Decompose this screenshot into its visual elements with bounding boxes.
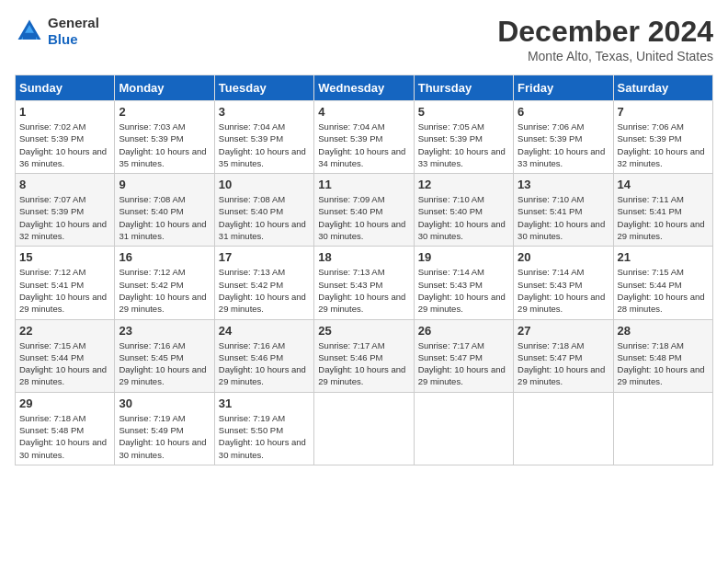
day-number: 18: [318, 250, 409, 264]
calendar-cell: 3 Sunrise: 7:04 AMSunset: 5:39 PMDayligh…: [214, 101, 313, 174]
day-info: Sunrise: 7:10 AMSunset: 5:41 PMDaylight:…: [518, 193, 609, 242]
day-number: 15: [19, 250, 110, 264]
calendar-cell: [613, 392, 712, 465]
week-row-4: 22 Sunrise: 7:15 AMSunset: 5:44 PMDaylig…: [16, 319, 713, 392]
logo-icon: [15, 17, 44, 46]
day-info: Sunrise: 7:10 AMSunset: 5:40 PMDaylight:…: [418, 193, 509, 242]
calendar-cell: 28 Sunrise: 7:18 AMSunset: 5:48 PMDaylig…: [613, 319, 712, 392]
day-number: 12: [418, 178, 509, 191]
calendar-cell: 14 Sunrise: 7:11 AMSunset: 5:41 PMDaylig…: [613, 174, 712, 247]
day-header-friday: Friday: [514, 75, 613, 101]
day-info: Sunrise: 7:18 AMSunset: 5:48 PMDaylight:…: [618, 339, 709, 388]
day-info: Sunrise: 7:17 AMSunset: 5:46 PMDaylight:…: [318, 339, 409, 388]
calendar-body: 1 Sunrise: 7:02 AMSunset: 5:39 PMDayligh…: [16, 101, 713, 465]
calendar-cell: 9 Sunrise: 7:08 AMSunset: 5:40 PMDayligh…: [115, 174, 214, 247]
day-number: 4: [318, 105, 409, 119]
calendar-cell: 4 Sunrise: 7:04 AMSunset: 5:39 PMDayligh…: [314, 101, 414, 174]
day-number: 19: [418, 250, 509, 264]
calendar-cell: 2 Sunrise: 7:03 AMSunset: 5:39 PMDayligh…: [115, 101, 214, 174]
day-info: Sunrise: 7:09 AMSunset: 5:40 PMDaylight:…: [318, 193, 409, 242]
week-row-3: 15 Sunrise: 7:12 AMSunset: 5:41 PMDaylig…: [16, 247, 713, 319]
day-info: Sunrise: 7:08 AMSunset: 5:40 PMDaylight:…: [119, 193, 210, 242]
calendar-header-row: SundayMondayTuesdayWednesdayThursdayFrid…: [16, 75, 713, 101]
day-number: 24: [219, 324, 310, 338]
calendar-table: SundayMondayTuesdayWednesdayThursdayFrid…: [15, 75, 713, 465]
calendar-cell: 18 Sunrise: 7:13 AMSunset: 5:43 PMDaylig…: [314, 247, 414, 319]
day-info: Sunrise: 7:19 AMSunset: 5:49 PMDaylight:…: [119, 412, 210, 461]
week-row-5: 29 Sunrise: 7:18 AMSunset: 5:48 PMDaylig…: [16, 392, 713, 465]
day-header-tuesday: Tuesday: [214, 75, 313, 101]
day-number: 31: [219, 396, 310, 410]
day-info: Sunrise: 7:05 AMSunset: 5:39 PMDaylight:…: [418, 121, 509, 169]
day-number: 5: [418, 105, 509, 119]
day-number: 3: [219, 105, 310, 119]
logo-text: General Blue: [48, 15, 99, 48]
title-area: December 2024 Monte Alto, Texas, United …: [497, 15, 713, 63]
calendar-cell: 12 Sunrise: 7:10 AMSunset: 5:40 PMDaylig…: [414, 174, 513, 247]
logo: General Blue: [15, 15, 99, 48]
week-row-2: 8 Sunrise: 7:07 AMSunset: 5:39 PMDayligh…: [16, 174, 713, 247]
day-info: Sunrise: 7:15 AMSunset: 5:44 PMDaylight:…: [19, 339, 110, 388]
day-info: Sunrise: 7:16 AMSunset: 5:46 PMDaylight:…: [219, 339, 310, 388]
day-info: Sunrise: 7:08 AMSunset: 5:40 PMDaylight:…: [219, 193, 310, 242]
day-info: Sunrise: 7:02 AMSunset: 5:39 PMDaylight:…: [19, 121, 110, 169]
calendar-cell: 26 Sunrise: 7:17 AMSunset: 5:47 PMDaylig…: [414, 319, 513, 392]
calendar-cell: [414, 392, 513, 465]
day-info: Sunrise: 7:04 AMSunset: 5:39 PMDaylight:…: [318, 121, 409, 169]
day-header-monday: Monday: [115, 75, 214, 101]
calendar-cell: 31 Sunrise: 7:19 AMSunset: 5:50 PMDaylig…: [214, 392, 313, 465]
day-number: 17: [219, 250, 310, 264]
day-number: 11: [318, 178, 409, 191]
day-number: 29: [19, 396, 110, 410]
day-info: Sunrise: 7:13 AMSunset: 5:42 PMDaylight:…: [219, 266, 310, 315]
day-info: Sunrise: 7:15 AMSunset: 5:44 PMDaylight:…: [618, 266, 709, 315]
calendar-cell: 24 Sunrise: 7:16 AMSunset: 5:46 PMDaylig…: [214, 319, 313, 392]
calendar-cell: 11 Sunrise: 7:09 AMSunset: 5:40 PMDaylig…: [314, 174, 414, 247]
day-info: Sunrise: 7:14 AMSunset: 5:43 PMDaylight:…: [518, 266, 609, 315]
day-info: Sunrise: 7:03 AMSunset: 5:39 PMDaylight:…: [119, 121, 210, 169]
day-number: 23: [119, 324, 210, 338]
day-info: Sunrise: 7:12 AMSunset: 5:42 PMDaylight:…: [119, 266, 210, 315]
calendar-cell: 19 Sunrise: 7:14 AMSunset: 5:43 PMDaylig…: [414, 247, 513, 319]
day-header-thursday: Thursday: [414, 75, 513, 101]
day-info: Sunrise: 7:17 AMSunset: 5:47 PMDaylight:…: [418, 339, 509, 388]
day-info: Sunrise: 7:18 AMSunset: 5:48 PMDaylight:…: [19, 412, 110, 461]
day-number: 16: [119, 250, 210, 264]
day-number: 21: [618, 250, 709, 264]
calendar-cell: 29 Sunrise: 7:18 AMSunset: 5:48 PMDaylig…: [16, 392, 115, 465]
calendar-cell: 15 Sunrise: 7:12 AMSunset: 5:41 PMDaylig…: [16, 247, 115, 319]
day-number: 9: [119, 178, 210, 191]
week-row-1: 1 Sunrise: 7:02 AMSunset: 5:39 PMDayligh…: [16, 101, 713, 174]
calendar-cell: 7 Sunrise: 7:06 AMSunset: 5:39 PMDayligh…: [613, 101, 712, 174]
calendar-cell: 1 Sunrise: 7:02 AMSunset: 5:39 PMDayligh…: [16, 101, 115, 174]
day-info: Sunrise: 7:14 AMSunset: 5:43 PMDaylight:…: [418, 266, 509, 315]
calendar-cell: 6 Sunrise: 7:06 AMSunset: 5:39 PMDayligh…: [514, 101, 613, 174]
day-info: Sunrise: 7:16 AMSunset: 5:45 PMDaylight:…: [119, 339, 210, 388]
calendar-cell: [314, 392, 414, 465]
day-number: 13: [518, 178, 609, 191]
header: General Blue December 2024 Monte Alto, T…: [15, 15, 713, 63]
calendar-cell: 13 Sunrise: 7:10 AMSunset: 5:41 PMDaylig…: [514, 174, 613, 247]
day-info: Sunrise: 7:13 AMSunset: 5:43 PMDaylight:…: [318, 266, 409, 315]
day-info: Sunrise: 7:11 AMSunset: 5:41 PMDaylight:…: [618, 193, 709, 242]
calendar-cell: 21 Sunrise: 7:15 AMSunset: 5:44 PMDaylig…: [613, 247, 712, 319]
month-title: December 2024: [497, 15, 713, 49]
calendar-cell: 16 Sunrise: 7:12 AMSunset: 5:42 PMDaylig…: [115, 247, 214, 319]
day-info: Sunrise: 7:06 AMSunset: 5:39 PMDaylight:…: [618, 121, 709, 169]
day-number: 26: [418, 324, 509, 338]
calendar-cell: 8 Sunrise: 7:07 AMSunset: 5:39 PMDayligh…: [16, 174, 115, 247]
day-header-wednesday: Wednesday: [314, 75, 414, 101]
day-number: 6: [518, 105, 609, 119]
day-number: 10: [219, 178, 310, 191]
location-title: Monte Alto, Texas, United States: [497, 49, 713, 63]
day-header-saturday: Saturday: [613, 75, 712, 101]
calendar-cell: 22 Sunrise: 7:15 AMSunset: 5:44 PMDaylig…: [16, 319, 115, 392]
day-number: 30: [119, 396, 210, 410]
day-info: Sunrise: 7:04 AMSunset: 5:39 PMDaylight:…: [219, 121, 310, 169]
calendar-cell: 30 Sunrise: 7:19 AMSunset: 5:49 PMDaylig…: [115, 392, 214, 465]
day-info: Sunrise: 7:18 AMSunset: 5:47 PMDaylight:…: [518, 339, 609, 388]
calendar-cell: 27 Sunrise: 7:18 AMSunset: 5:47 PMDaylig…: [514, 319, 613, 392]
day-info: Sunrise: 7:19 AMSunset: 5:50 PMDaylight:…: [219, 412, 310, 461]
day-number: 14: [618, 178, 709, 191]
day-number: 27: [518, 324, 609, 338]
